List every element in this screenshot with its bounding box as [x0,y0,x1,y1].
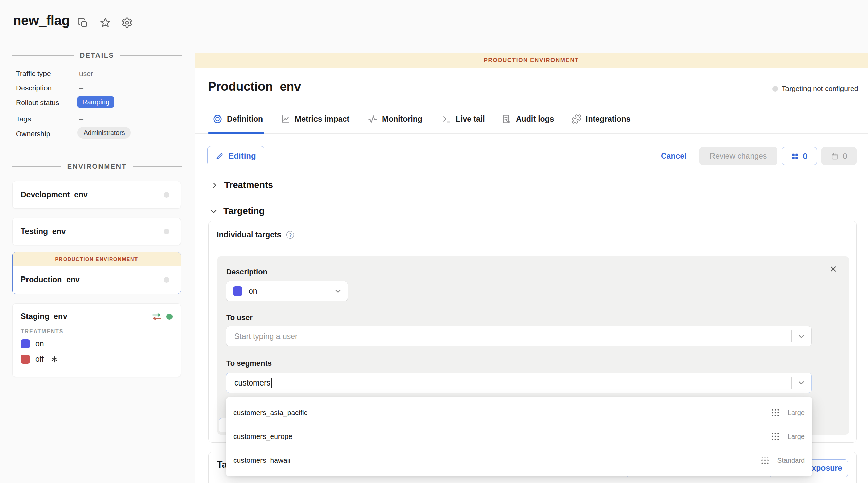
to-segments-label: To segments [226,359,272,368]
segment-option[interactable]: customers_hawaii Standard [226,448,812,472]
terminal-icon [441,114,451,124]
env-name: Production_env [21,275,80,284]
copy-icon[interactable] [77,18,88,29]
treatments-section-header[interactable]: Treatments [211,180,273,191]
changes-count: 0 [803,151,807,161]
chevron-down-icon [209,207,218,216]
scheduled-count: 0 [843,151,847,161]
detail-label: Rollout status [16,99,59,107]
segment-name: customers_europe [233,432,292,441]
tab-monitoring[interactable]: Monitoring [368,114,422,124]
tab-live-tail[interactable]: Live tail [441,114,485,124]
pencil-icon [216,152,224,160]
flag-detail-page: new_flag DETAILS Traffic type user Descr… [0,0,868,483]
tab-label: Live tail [456,114,485,124]
segment-option[interactable]: customers_asia_pacific Large [226,401,812,425]
tab-integrations[interactable]: Integrations [572,114,631,124]
individual-targets-header: Individual targets ? [217,230,294,239]
line-chart-icon [281,114,290,124]
to-segments-input[interactable]: customers [234,378,270,388]
detail-label: Tags [16,115,31,123]
detail-value: – [79,115,83,123]
to-user-label: To user [226,313,253,322]
tab-label: Definition [227,114,263,124]
segment-size: Standard [777,457,805,464]
segment-name: customers_hawaii [233,456,290,464]
dot-grid-light-icon [760,455,770,465]
grid-icon [791,153,799,160]
dot-grid-icon [771,408,780,417]
details-heading: DETAILS [80,52,114,59]
env-name: Testing_env [21,227,66,236]
chevron-down-icon[interactable] [333,287,342,296]
to-segments-field[interactable]: customers [226,373,812,393]
activity-icon [368,114,378,124]
treatment-name: off [35,355,44,364]
production-environment-banner: PRODUCTION ENVIRONMENT [195,53,868,68]
detail-label: Description [16,84,52,92]
status-text: Targeting not configured [782,85,858,93]
env-card-testing[interactable]: Testing_env [12,218,181,245]
targeting-section-label: Targeting [223,206,265,216]
detail-value: – [79,84,83,92]
file-search-icon [502,114,511,124]
star-icon[interactable] [100,17,111,29]
targeting-status: Targeting not configured [772,85,858,93]
individual-targets-heading: Individual targets [217,230,281,239]
targeting-section-header[interactable]: Targeting [209,206,265,216]
env-status-dot [164,277,169,283]
help-icon[interactable]: ? [286,231,294,239]
active-tab-underline [208,132,264,134]
treatment-on-swatch [21,339,30,348]
chevron-down-icon[interactable] [797,378,806,387]
environment-title: Production_env [208,79,301,94]
detail-label: Traffic type [16,70,51,78]
status-dot-icon [772,86,778,92]
env-name: Development_env [21,190,88,199]
to-user-field[interactable] [226,326,812,346]
tab-label: Metrics impact [295,114,349,124]
segment-size: Large [788,433,805,441]
detail-label: Ownership [16,130,50,138]
segment-size: Large [788,409,805,417]
treatments-heading: TREATMENTS [21,328,181,335]
text-caret [271,378,272,388]
tab-metrics-impact[interactable]: Metrics impact [281,114,349,124]
tab-audit-logs[interactable]: Audit logs [502,114,554,124]
cancel-button[interactable]: Cancel [661,151,686,161]
chevron-down-icon[interactable] [797,332,806,341]
swap-arrows-icon [151,312,162,321]
asterisk-icon [51,356,58,363]
tabs-divider [195,133,868,134]
changes-counter-button[interactable]: 0 [782,147,817,165]
schedule-counter-button[interactable]: 0 [821,147,857,165]
treatment-select-value: on [249,287,257,296]
env-status-dot [164,192,169,198]
env-card-staging[interactable]: Staging_env TREATMENTS on off [12,303,181,377]
puzzle-icon [572,114,581,124]
segment-option[interactable]: customers_europe Large [226,425,812,448]
calendar-icon [831,153,838,160]
gear-icon[interactable] [121,17,133,29]
to-user-input[interactable] [226,332,791,341]
production-env-banner: PRODUCTION ENVIRONMENT [13,252,181,266]
env-name: Staging_env [21,312,67,321]
env-card-production[interactable]: PRODUCTION ENVIRONMENT Production_env [12,252,181,294]
close-icon[interactable] [829,265,838,273]
treatment-on-swatch [233,286,242,296]
tab-label: Audit logs [516,114,554,124]
editing-button[interactable]: Editing [207,146,264,165]
review-changes-button[interactable]: Review changes [699,147,777,165]
details-divider: DETAILS [12,52,182,59]
tab-definition[interactable]: Definition [213,114,263,124]
env-card-development[interactable]: Development_env [12,181,181,209]
tab-label: Monitoring [382,114,422,124]
treatments-section-label: Treatments [224,180,273,191]
tab-label: Integrations [586,114,631,124]
env-status-dot [164,229,169,234]
treatment-off-swatch [21,355,30,364]
segment-name: customers_asia_pacific [233,409,307,417]
chevron-right-icon [211,181,219,190]
dot-grid-icon [771,432,780,441]
treatment-select[interactable]: on [226,281,348,301]
